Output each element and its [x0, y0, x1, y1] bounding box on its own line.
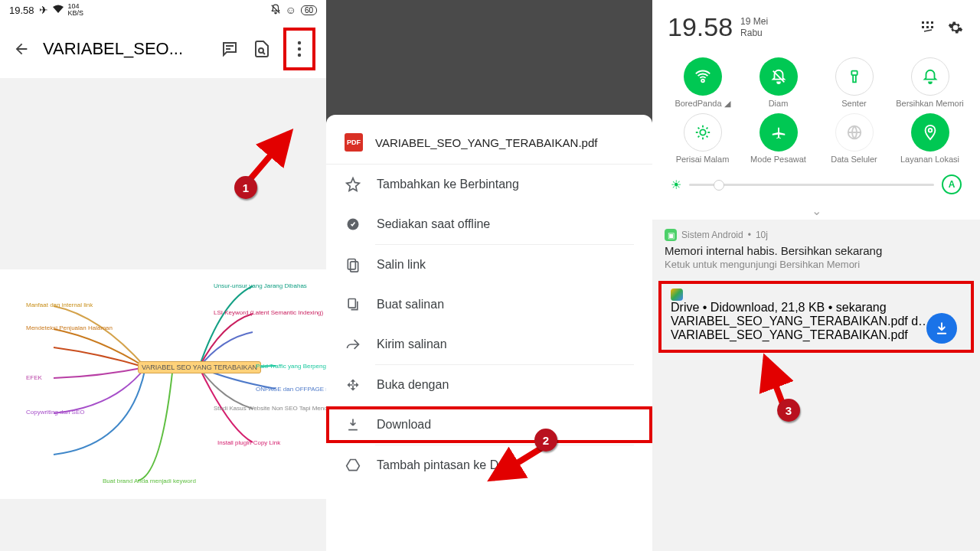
- star-icon: [345, 177, 361, 192]
- app-bar: VARIABEL_SEO...: [0, 20, 326, 78]
- notif-time: 10j: [756, 230, 768, 240]
- mm-right: Buat brand Anda menjadi keyword: [100, 476, 199, 486]
- open-icon: [345, 377, 361, 393]
- action-sheet: PDF VARIABEL_SEO_YANG_TERABAIKAN.pdf Tam…: [326, 115, 652, 551]
- notification-system[interactable]: ▣ Sistem Android • 10j Memori internal h…: [652, 223, 980, 278]
- pin-icon: [911, 113, 949, 152]
- torch-icon: [835, 57, 874, 96]
- notif-title: VARIABEL_SEO_YANG_TERABAIKAN.pdf d…: [671, 315, 962, 328]
- qs-tile-torch[interactable]: Senter: [816, 57, 892, 109]
- offline-icon: [345, 217, 361, 232]
- qs-tile-label: Bersihkan Memori: [896, 99, 964, 109]
- sheet-item-label: Buka dengan: [377, 378, 449, 392]
- mm-right: Install plugin Copy Link: [214, 438, 283, 448]
- notif-meta: Didownload, 21,8 KB: [710, 301, 825, 314]
- svg-rect-12: [931, 21, 933, 24]
- sheet-item-drive[interactable]: Tambah pintasan ke Drive: [326, 445, 652, 485]
- sheet-item-download[interactable]: Download: [326, 405, 652, 445]
- svg-point-17: [700, 129, 705, 135]
- expand-qs-handle[interactable]: ⌄: [652, 202, 980, 220]
- more-vert-icon: [292, 38, 307, 60]
- svg-line-20: [766, 359, 782, 403]
- notification-list: ▣ Sistem Android • 10j Memori internal h…: [652, 220, 980, 551]
- copy-icon: [345, 297, 361, 312]
- document-title: VARIABEL_SEO...: [43, 39, 208, 59]
- globe-icon: [835, 113, 874, 152]
- comment-button[interactable]: [219, 38, 240, 60]
- sheet-header: PDF VARIABEL_SEO_YANG_TERABAIKAN.pdf: [326, 121, 652, 165]
- svg-point-19: [928, 129, 932, 132]
- document-viewport[interactable]: 1 VARIABEL SEO YANG TERABAIKAN Manfaat d…: [0, 78, 326, 551]
- sun-icon: [684, 113, 722, 152]
- status-bar: 19.58 ✈ 104KB/S ☺ 60: [0, 0, 326, 20]
- mm-right: ONPAGE dan OFFPAGE nya tidak: [253, 384, 326, 394]
- qs-tile-bell[interactable]: Diam: [740, 57, 816, 109]
- sheet-item-label: Salin link: [377, 258, 426, 272]
- qs-tiles: BoredPanda ◢DiamSenterBersihkan MemoriPe…: [652, 54, 980, 167]
- notif-app: Sistem Android: [681, 230, 743, 240]
- mm-right: Unsur-unsur yang Jarang Dibahas: [211, 281, 310, 291]
- sheet-item-send[interactable]: Kirim salinan: [326, 324, 652, 364]
- svg-rect-16: [851, 71, 857, 76]
- qs-tile-label: Mode Pesawat: [750, 155, 806, 165]
- sheet-item-star[interactable]: Tambahkan ke Berbintang: [326, 165, 652, 204]
- auto-brightness-toggle[interactable]: A: [942, 174, 962, 194]
- bell2-icon: [911, 57, 949, 96]
- step-badge-3: 3: [777, 399, 800, 422]
- more-button-highlighted[interactable]: [283, 28, 315, 70]
- back-button[interactable]: [11, 38, 32, 60]
- qs-header: 19.58 19 MeiRabu: [652, 0, 980, 54]
- plane-icon: [760, 113, 798, 152]
- mm-left: Manfaat dan internal link: [23, 300, 96, 310]
- mm-right: Paid Traffic yang Berpengaruh Terhadap S…: [253, 361, 326, 371]
- download-highlight: [326, 406, 652, 443]
- download-icon: [345, 417, 361, 432]
- brightness-slider[interactable]: ☀ A: [652, 167, 980, 202]
- svg-rect-14: [926, 26, 929, 28]
- qs-date: 19 MeiRabu: [740, 16, 768, 38]
- svg-rect-13: [922, 26, 924, 28]
- qs-time: 19.58: [668, 12, 733, 42]
- drive-icon: [671, 289, 683, 301]
- svg-point-1: [298, 41, 301, 44]
- sheet-item-label: Download: [377, 418, 431, 432]
- svg-point-3: [298, 54, 301, 57]
- qs-tile-plane[interactable]: Mode Pesawat: [740, 113, 816, 165]
- notif-app: Drive: [671, 301, 699, 314]
- net-speed: 104KB/S: [68, 3, 84, 17]
- sheet-item-offline[interactable]: Sediakan saat offline: [326, 204, 652, 244]
- qs-tile-label: Data Seluler: [831, 155, 877, 165]
- wifi-icon: [684, 57, 722, 96]
- panel-bottom-sheet: PDF VARIABEL_SEO_YANG_TERABAIKAN.pdf Tam…: [326, 0, 652, 551]
- sheet-item-copy[interactable]: Buat salinan: [326, 285, 652, 324]
- sheet-item-link[interactable]: Salin link: [326, 245, 652, 285]
- qs-tile-wifi[interactable]: BoredPanda ◢: [665, 57, 740, 109]
- qs-tile-sun[interactable]: Perisai Malam: [665, 113, 740, 165]
- qs-tile-label: Diam: [769, 99, 789, 109]
- qs-tile-pin[interactable]: Layanan Lokasi: [892, 113, 968, 165]
- sheet-filename: VARIABEL_SEO_YANG_TERABAIKAN.pdf: [375, 136, 597, 149]
- svg-rect-8: [348, 299, 355, 308]
- qs-tile-label: Perisai Malam: [676, 155, 730, 165]
- sheet-item-label: Buat salinan: [377, 298, 444, 311]
- drive-icon: [345, 458, 361, 473]
- link-icon: [345, 257, 361, 272]
- battery-indicator: 60: [301, 5, 317, 15]
- face-icon: ☺: [286, 4, 296, 16]
- qs-tile-bell2[interactable]: Bersihkan Memori: [892, 57, 968, 109]
- qs-tile-globe[interactable]: Data Seluler: [816, 113, 892, 165]
- svg-rect-11: [926, 21, 929, 24]
- notification-drive-highlighted[interactable]: Drive • Didownload, 21,8 KB • sekarang V…: [658, 281, 974, 353]
- notif-title: Memori internal habis. Bersihkan sekaran…: [665, 244, 968, 257]
- notif-desc: Ketuk untuk mengunjungi Bersihkan Memori: [665, 259, 968, 270]
- sheet-item-open[interactable]: Buka dengan: [326, 365, 652, 405]
- mm-left: EFEK: [23, 373, 45, 383]
- download-fab[interactable]: [926, 313, 957, 344]
- search-in-doc-button[interactable]: [251, 38, 273, 60]
- mm-center: VARIABEL SEO YANG TERABAIKAN: [138, 361, 261, 373]
- step-badge-2: 2: [534, 429, 557, 452]
- panel-notification-shade: 19.58 19 MeiRabu BoredPanda ◢DiamSenterB…: [652, 0, 980, 551]
- edit-tiles-button[interactable]: [919, 18, 937, 37]
- settings-button[interactable]: [946, 18, 965, 37]
- sheet-item-label: Kirim salinan: [377, 337, 447, 351]
